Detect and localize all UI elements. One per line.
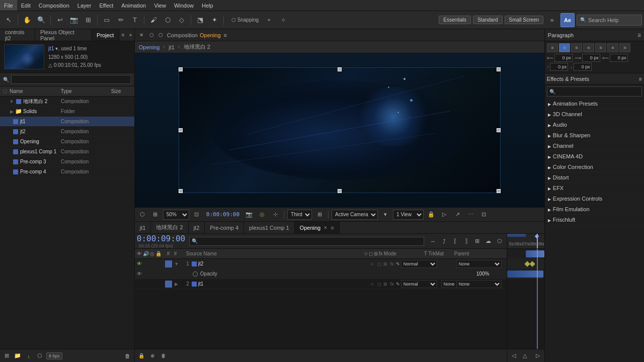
layer-row[interactable]: ▶ 2 jt1 ⊹ ◻ ⊞ fx ✎ (135, 279, 507, 289)
item-expand-icon[interactable]: ▶ (8, 108, 15, 115)
layer-shy-btn[interactable]: ⊹ (370, 281, 375, 288)
list-item[interactable]: jt1 Composition (0, 117, 134, 127)
solo-btn[interactable] (150, 260, 157, 267)
blend-mode-select[interactable]: Normal (401, 280, 437, 288)
align-left-btn[interactable]: ≡ (547, 43, 558, 52)
effects-cat-efx-header[interactable]: EFX (545, 183, 644, 193)
effects-cat-channel-header[interactable]: Channel (545, 141, 644, 151)
breadcrumb-item-jt1[interactable]: jt1 (169, 44, 175, 50)
tl-nav-btn-3[interactable]: ▷ (533, 351, 542, 360)
align-left-last-btn[interactable]: ≡ (595, 43, 606, 52)
tl-search-input[interactable] (199, 238, 422, 244)
tl-tab-menu[interactable]: ≡ (331, 225, 334, 231)
tl-tab-jt1[interactable]: jt1 (135, 222, 151, 233)
breadcrumb-item-opening[interactable]: Opening (139, 44, 160, 50)
viewer-snap-btn[interactable]: ⊞ (150, 209, 161, 220)
menu-layer[interactable]: Layer (73, 0, 96, 11)
layer-3d-btn[interactable]: ◻ (376, 260, 382, 267)
viewer-always-btn[interactable]: ⊡ (478, 209, 489, 220)
viewer-grid-btn[interactable]: ⊞ (314, 209, 325, 220)
lock-btn[interactable] (158, 281, 165, 288)
import-btn[interactable]: ↓ (24, 351, 33, 360)
tl-trash-btn[interactable]: 🗑 (159, 351, 168, 360)
view-count-select[interactable]: 1 View 2 Views 4 Views (393, 210, 424, 220)
tool-text[interactable]: T (128, 14, 141, 27)
view-lock-btn[interactable]: 🔒 (426, 209, 437, 220)
list-item[interactable]: ▶ 📁 Solids Folder (0, 107, 134, 117)
tl-tab-jt2[interactable]: jt2 (189, 222, 205, 233)
blend-mode-select[interactable]: Normal (401, 260, 437, 268)
effects-cat-3dchannel-header[interactable]: 3D Channel (545, 109, 644, 119)
tool-select[interactable]: ↖ (2, 14, 15, 27)
viewer-settings-btn[interactable]: ⬡ (137, 209, 148, 220)
align-center-btn[interactable]: ≡ (559, 43, 570, 52)
tool-stamp[interactable]: ⬡ (161, 14, 174, 27)
effects-cat-colorcorrection-header[interactable]: Color Correction (545, 162, 644, 172)
tool-eraser[interactable]: ◇ (175, 14, 188, 27)
tl-tool-4[interactable]: ⟧ (461, 236, 471, 246)
work-area-bar[interactable] (507, 234, 526, 237)
effects-cat-expression-header[interactable]: Expression Controls (545, 194, 644, 204)
menu-file[interactable]: File (0, 0, 17, 11)
list-item[interactable]: ▼ 地球黑白 2 Composition (0, 97, 134, 107)
effects-cat-cinema4d-header[interactable]: CINEMA 4D (545, 151, 644, 161)
viewer-camera-icon[interactable]: 📷 (244, 209, 255, 220)
lock-btn[interactable] (158, 260, 165, 267)
tool-zoom[interactable]: 🔍 (35, 14, 48, 27)
snap-option1[interactable]: ⌖ (263, 14, 276, 27)
menu-edit[interactable]: Edit (17, 0, 35, 11)
viewer-color-btn[interactable]: ◎ (257, 209, 268, 220)
effects-cat-distort-header[interactable]: Distort (545, 172, 644, 183)
indent-left-input[interactable] (554, 54, 573, 62)
effects-search-input[interactable] (557, 89, 639, 95)
project-search-input[interactable] (11, 75, 131, 84)
new-comp-btn[interactable]: ⊞ (2, 351, 11, 360)
workspace-essentials[interactable]: Essentials (439, 16, 471, 24)
tool-rect[interactable]: ▭ (100, 14, 113, 27)
comp-close-btn[interactable]: ✕ (137, 31, 146, 40)
zoom-select[interactable]: 50% 100% 200% (163, 210, 189, 220)
tl-tab-opening[interactable]: Opening ✕ ≡ (295, 222, 340, 233)
paragraph-menu-btn[interactable]: ≡ (637, 32, 641, 39)
tl-tab-earth[interactable]: 地球黑白 2 (151, 222, 188, 233)
menu-help[interactable]: Help (198, 0, 217, 11)
effects-cat-frischluft-header[interactable]: Frischluft (545, 215, 644, 225)
list-item[interactable]: Pre-comp 3 Composition (0, 157, 134, 167)
spacing-before-input[interactable] (550, 63, 568, 71)
indent-extra-input[interactable] (610, 54, 628, 62)
list-item[interactable]: Opening Composition (0, 137, 134, 147)
handle-bot-left[interactable] (179, 189, 183, 193)
tool-undo[interactable]: ↩ (53, 14, 66, 27)
tl-tool-7[interactable]: ⬡ (495, 236, 505, 246)
menu-animation[interactable]: Animation (117, 0, 150, 11)
spacing-after-input[interactable] (574, 63, 592, 71)
tl-tool-2[interactable]: ⤴ (439, 236, 449, 246)
tl-tab-plexus[interactable]: plexus1 Comp 1 (244, 222, 295, 233)
new-folder-btn[interactable]: 📁 (13, 351, 22, 360)
menu-effect[interactable]: Effect (95, 0, 117, 11)
comp-icon-btn-1[interactable]: ⬡ (148, 31, 156, 39)
workspace-small-screen[interactable]: Small Screen (505, 16, 543, 24)
camera-select[interactable]: Active Camera Camera 1 (332, 210, 378, 220)
layer-row[interactable]: 👁 ▼ 1 jt2 ⊹ ◻ (135, 259, 507, 269)
parent-select[interactable]: None (456, 260, 502, 268)
tool-pin[interactable]: ✦ (208, 14, 221, 27)
tl-tool-3[interactable]: ⟦ (450, 236, 460, 246)
align-right-btn[interactable]: ≡ (571, 43, 582, 52)
align-center-last-btn[interactable]: ≡ (607, 43, 618, 52)
tl-tool-6[interactable]: ☁ (484, 236, 494, 246)
viewer-extra-btn[interactable]: ⋯ (465, 209, 476, 220)
indent-right-input[interactable] (582, 54, 600, 62)
panel-close-btn[interactable]: ≡ (119, 31, 127, 39)
view-mode-select[interactable]: Third Full Half (287, 210, 312, 220)
visibility-btn[interactable] (136, 281, 143, 288)
tool-roto[interactable]: ⬔ (194, 14, 207, 27)
snap-toggle[interactable]: ⬡ Snapping (228, 14, 262, 27)
layer-fx-btn[interactable]: fx (389, 281, 395, 288)
layer-3d-btn[interactable]: ◻ (376, 281, 382, 288)
tab-controls[interactable]: controls jt2 (0, 29, 35, 41)
workspace-expand[interactable]: » (545, 14, 558, 27)
layer-expand-btn[interactable]: ▶ (173, 281, 180, 288)
visibility-btn[interactable]: 👁 (136, 260, 143, 267)
viewer-render-btn[interactable]: ▷ (439, 209, 450, 220)
